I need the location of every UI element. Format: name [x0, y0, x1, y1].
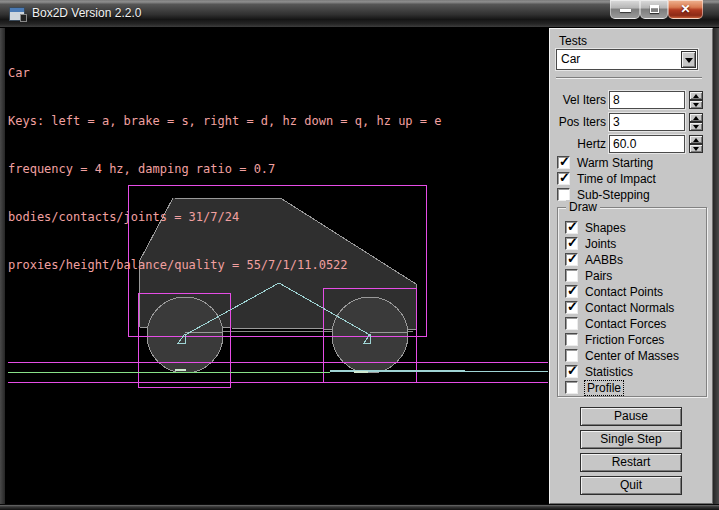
checkbox-label: Profile	[585, 381, 623, 395]
checkbox-box[interactable]: ✓	[565, 221, 578, 234]
single-step-button[interactable]: Single Step	[580, 430, 682, 449]
spinner-up-icon	[693, 138, 699, 142]
checkbox-label: Warm Starting	[577, 156, 653, 170]
debug-text-block: Car Keys: left = a, brake = s, right = d…	[8, 33, 441, 305]
checkbox-label: Center of Masses	[585, 349, 679, 363]
test-select-dropdown[interactable]: Car	[556, 49, 698, 70]
pos-iters-stepper[interactable]	[689, 113, 703, 131]
checkbox-box[interactable]: ✓	[565, 365, 578, 378]
control-panel: Tests Car Vel Iters Pos Iters	[549, 28, 713, 504]
hertz-stepper[interactable]	[689, 135, 703, 153]
maximize-icon	[650, 5, 659, 13]
spinner-down-icon	[693, 125, 699, 129]
close-button[interactable]: ✕	[668, 0, 703, 19]
title-bar[interactable]: Box2D Version 2.2.0 ✕	[0, 0, 719, 28]
checkbox-box[interactable]	[565, 349, 578, 362]
close-icon: ✕	[669, 2, 702, 16]
checkmark-icon: ✓	[567, 284, 578, 298]
proxies-stats-text: proxies/height/balance/quality = 55/7/1/…	[8, 257, 441, 273]
checkbox-box[interactable]: ✓	[557, 172, 570, 185]
checkmark-icon: ✓	[559, 171, 570, 185]
tests-label: Tests	[559, 34, 587, 48]
checkbox-box[interactable]	[565, 333, 578, 346]
checkmark-icon: ✓	[567, 364, 578, 378]
spinner-down-icon	[693, 147, 699, 151]
vel-iters-row: Vel Iters	[550, 91, 714, 109]
spinner-up-icon	[693, 94, 699, 98]
pos-iters-label: Pos Iters	[550, 115, 606, 129]
checkmark-icon: ✓	[567, 220, 578, 234]
checkbox-label: Pairs	[585, 269, 612, 283]
separator	[556, 77, 702, 79]
simulation-canvas[interactable]: Car Keys: left = a, brake = s, right = d…	[5, 28, 549, 504]
window-title: Box2D Version 2.2.0	[32, 6, 141, 20]
vel-iters-label: Vel Iters	[550, 93, 606, 107]
restart-button[interactable]: Restart	[580, 453, 682, 472]
vel-iters-stepper[interactable]	[689, 91, 703, 109]
spinner-up-icon	[693, 116, 699, 120]
maximize-button[interactable]	[640, 0, 668, 19]
app-window: Box2D Version 2.2.0 ✕	[0, 0, 719, 510]
checkbox-box[interactable]	[565, 317, 578, 330]
checkbox-box[interactable]: ✓	[565, 237, 578, 250]
spinner-down-icon	[693, 103, 699, 107]
quit-button[interactable]: Quit	[580, 476, 682, 495]
spinner-up-button[interactable]	[689, 91, 703, 100]
checkbox-box[interactable]: ✓	[565, 301, 578, 314]
spinner-down-button[interactable]	[689, 100, 703, 109]
bodies-stats-text: bodies/contacts/joints = 31/7/24	[8, 209, 441, 225]
checkbox-label: Statistics	[585, 365, 633, 379]
pause-button[interactable]: Pause	[580, 407, 682, 426]
hertz-label: Hertz	[550, 137, 606, 151]
spinner-up-button[interactable]	[689, 113, 703, 122]
spinner-down-button[interactable]	[689, 144, 703, 153]
checkmark-icon: ✓	[559, 155, 570, 169]
dropdown-arrow-button[interactable]	[681, 51, 696, 68]
hertz-row: Hertz	[550, 135, 714, 153]
vel-iters-input[interactable]	[609, 91, 685, 109]
chevron-down-icon	[685, 58, 693, 63]
checkbox-box[interactable]	[565, 269, 578, 282]
checkbox-label: Friction Forces	[585, 333, 664, 347]
hertz-input[interactable]	[609, 135, 685, 153]
app-icon	[9, 7, 25, 21]
frequency-text: frequency = 4 hz, damping ratio = 0.7	[8, 161, 441, 177]
checkbox-box[interactable]: ✓	[565, 253, 578, 266]
checkbox-box[interactable]: ✓	[557, 156, 570, 169]
minimize-button[interactable]	[610, 0, 640, 19]
checkmark-icon: ✓	[567, 300, 578, 314]
keys-help-text: Keys: left = a, brake = s, right = d, hz…	[8, 113, 441, 129]
pos-iters-row: Pos Iters	[550, 113, 714, 131]
test-title-text: Car	[8, 65, 441, 81]
pos-iters-input[interactable]	[609, 113, 685, 131]
checkbox-label: AABBs	[585, 253, 623, 267]
draw-group-title: Draw	[566, 200, 600, 214]
spinner-up-button[interactable]	[689, 135, 703, 144]
checkbox-label: Time of Impact	[577, 172, 656, 186]
checkbox-label: Shapes	[585, 221, 626, 235]
checkmark-icon: ✓	[567, 236, 578, 250]
spinner-down-button[interactable]	[689, 122, 703, 131]
minimize-icon	[620, 9, 631, 12]
checkbox-label: Joints	[585, 237, 616, 251]
checkbox-box[interactable]: ✓	[565, 285, 578, 298]
checkbox-label: Contact Points	[585, 285, 663, 299]
checkmark-icon: ✓	[567, 252, 578, 266]
checkbox-box[interactable]	[565, 381, 578, 394]
checkbox-label: Contact Normals	[585, 301, 674, 315]
window-frame-bottom	[0, 504, 719, 510]
checkbox-label: Contact Forces	[585, 317, 666, 331]
test-select-value: Car	[561, 52, 580, 66]
